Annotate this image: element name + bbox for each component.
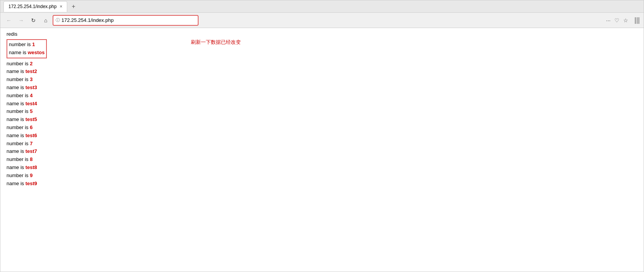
name-label: name is (7, 164, 25, 170)
number-line-5: number is 5 (7, 108, 91, 116)
name-label: name is (7, 85, 25, 90)
number-label-1: number is (9, 41, 32, 47)
browser-tab[interactable]: 172.25.254.1/index.php × (3, 1, 67, 12)
number-value: 5 (30, 108, 33, 114)
name-value: test2 (25, 68, 37, 74)
nav-right-icons: ··· ♡ ☆ (605, 17, 629, 24)
number-value: 2 (30, 61, 33, 66)
tab-title: 172.25.254.1/index.php (8, 4, 56, 9)
notice-text: 刷新一下数据已经改变 (191, 39, 241, 46)
name-label: name is (7, 133, 25, 138)
number-value: 8 (30, 156, 33, 162)
name-label-1: name is (9, 50, 28, 55)
number-value: 3 (30, 76, 33, 82)
number-label: number is (7, 108, 30, 114)
page-content: redis number is 1 name is westos number … (0, 28, 644, 272)
number-label: number is (7, 141, 30, 146)
name-label: name is (7, 116, 25, 122)
address-bar-container: ⓘ (53, 15, 199, 26)
number-value: 6 (30, 124, 33, 130)
name-value: test5 (25, 116, 37, 122)
address-bar[interactable] (61, 17, 195, 23)
number-value-1: 1 (32, 41, 35, 47)
number-line-6: number is 6 (7, 124, 91, 132)
number-value: 7 (30, 141, 33, 146)
page-heading: redis (7, 31, 637, 37)
number-line-8: number is 8 (7, 156, 91, 164)
name-line-9: name is test9 (7, 180, 91, 188)
name-value: test3 (25, 85, 37, 90)
name-value: test4 (25, 101, 37, 106)
lock-icon: ⓘ (56, 17, 60, 23)
name-value-1: westos (28, 50, 45, 55)
number-line-3: number is 3 (7, 76, 91, 84)
number-label: number is (7, 156, 30, 162)
highlight-box: number is 1 name is westos (7, 39, 47, 58)
name-label: name is (7, 148, 25, 154)
name-line-3: name is test3 (7, 84, 91, 92)
right-column: 刷新一下数据已经改变 (91, 39, 241, 46)
number-label: number is (7, 76, 30, 82)
sidebar-button[interactable]: ||| (634, 15, 641, 25)
number-line-2: number is 2 (7, 60, 91, 68)
number-label: number is (7, 93, 30, 98)
title-bar: 172.25.254.1/index.php × + (0, 0, 644, 13)
pocket-button[interactable]: ♡ (614, 17, 620, 24)
name-label: name is (7, 101, 25, 106)
name-line-6: name is test6 (7, 132, 91, 140)
new-tab-button[interactable]: + (69, 2, 78, 11)
items-container: number is 2name is test2number is 3name … (7, 60, 91, 188)
number-line-9: number is 9 (7, 172, 91, 180)
left-column: number is 1 name is westos number is 2na… (7, 39, 91, 187)
name-label: name is (7, 181, 25, 186)
star-button[interactable]: ☆ (622, 17, 629, 24)
number-line-4: number is 4 (7, 92, 91, 100)
name-line-7: name is test7 (7, 148, 91, 156)
reload-button[interactable]: ↻ (28, 15, 39, 26)
browser-window: 172.25.254.1/index.php × + ← → ↻ ⌂ ⓘ ···… (0, 0, 644, 272)
number-value: 9 (30, 172, 33, 178)
name-line-5: name is test5 (7, 116, 91, 124)
number-line-7: number is 7 (7, 140, 91, 148)
back-button[interactable]: ← (3, 15, 14, 26)
name-value: test7 (25, 148, 37, 154)
more-button[interactable]: ··· (605, 17, 611, 24)
number-label: number is (7, 61, 30, 66)
name-line-1: name is westos (9, 49, 45, 57)
name-label: name is (7, 68, 25, 74)
home-button[interactable]: ⌂ (40, 15, 51, 26)
tab-close-icon[interactable]: × (60, 4, 62, 9)
name-value: test8 (25, 164, 37, 170)
forward-button[interactable]: → (16, 15, 26, 26)
number-line-1: number is 1 (9, 41, 45, 49)
name-line-4: name is test4 (7, 100, 91, 108)
number-label: number is (7, 124, 30, 130)
number-label: number is (7, 172, 30, 178)
content-layout: number is 1 name is westos number is 2na… (7, 39, 637, 187)
name-value: test6 (25, 133, 37, 138)
nav-bar: ← → ↻ ⌂ ⓘ ··· ♡ ☆ ||| (0, 13, 644, 28)
number-value: 4 (30, 93, 33, 98)
name-value: test9 (25, 181, 37, 186)
name-line-8: name is test8 (7, 164, 91, 172)
name-line-2: name is test2 (7, 68, 91, 76)
